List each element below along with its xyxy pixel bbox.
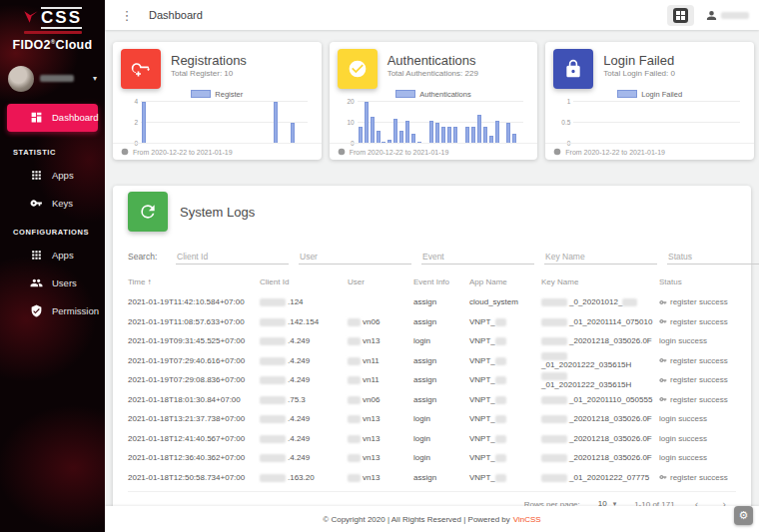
sidebar-item-permission[interactable]: Permission [0, 297, 105, 325]
chevron-down-icon[interactable]: ▾ [93, 74, 97, 83]
menu-kebab-icon[interactable]: ⋮ [117, 5, 137, 25]
card-subtitle: Total Login Failed: 0 [603, 69, 675, 78]
cell-user: vn13 [348, 434, 413, 443]
cell-client-id: .142.154 [260, 317, 348, 326]
cell-time: 2021-01-19T11:42:10.584+07:00 [128, 297, 260, 306]
cell-app-name: VNPT_ [469, 356, 541, 365]
next-page-button[interactable]: › [718, 499, 730, 506]
legend-swatch [395, 90, 415, 98]
cell-key-name: _0_20201012_ [541, 297, 659, 306]
filter-input-client-id[interactable] [176, 250, 289, 265]
shield-check-icon [30, 304, 43, 317]
vincss-logo-text: CSS [41, 7, 82, 29]
clock-icon [338, 148, 346, 156]
cell-key-name: _20201218_035026.0F [541, 336, 659, 345]
log-table-row: 2021-01-18T12:36:40.362+07:00.4.249vn13l… [128, 448, 736, 468]
content: Registrations Total Register: 10 Registe… [105, 30, 759, 506]
chart-bar [477, 115, 481, 144]
log-table-row: 2021-01-18T18:01:30.84+07:00.75.3vn06ass… [128, 390, 736, 410]
cell-user: vn11 [348, 375, 413, 384]
main-area: ⋮ Dashboard Registrations Total Register… [105, 0, 759, 532]
cell-event-info: assign [413, 473, 469, 482]
chart-bar [441, 127, 445, 144]
chart-bar [435, 123, 439, 144]
vincss-tagline [24, 31, 82, 34]
column-header-app-name[interactable]: App Name [469, 277, 541, 286]
cell-key-name: _20201218_035026.0F [541, 453, 659, 462]
check-circle-icon [338, 49, 378, 89]
chart-bar [483, 127, 487, 144]
logs-table-header: Time↑Client IdUserEvent InfoApp NameKey … [128, 272, 736, 292]
panel-title: System Logs [180, 205, 255, 220]
vincss-logo-mark [23, 10, 39, 26]
sidebar-item-keys[interactable]: Keys [0, 190, 105, 218]
person-icon [706, 10, 717, 21]
cell-time: 2021-01-18T12:50:58.734+07:00 [128, 473, 260, 482]
top-header: ⋮ Dashboard [105, 0, 759, 30]
card-title: Login Failed [603, 53, 675, 68]
column-header-status[interactable]: Status [659, 277, 736, 286]
product-title: FIDO2®Cloud [6, 38, 99, 52]
chart-bar [405, 121, 409, 144]
cell-app-name: VNPT_ [469, 375, 541, 384]
cell-event-info: login [413, 453, 469, 462]
sidebar: CSS FIDO2®Cloud ▾ DashboardSTATISTICApps… [0, 0, 105, 532]
chart-bar [142, 102, 146, 144]
filter-input-key-name[interactable] [544, 250, 657, 265]
rows-per-page-select[interactable]: 10 ▾ [596, 499, 618, 506]
legend-swatch [617, 90, 637, 98]
sidebar-user-menu[interactable]: ▾ [0, 58, 105, 102]
chart-bar [359, 127, 363, 144]
chart-bar [495, 121, 499, 144]
column-header-time[interactable]: Time↑ [128, 277, 260, 286]
sidebar-item-apps[interactable]: Apps [0, 162, 105, 190]
chart-bar [453, 127, 457, 144]
key-icon [659, 356, 667, 364]
cell-event-info: login [413, 336, 469, 345]
chart-bar [447, 127, 451, 144]
filter-input-user[interactable] [299, 250, 411, 265]
settings-gear-button[interactable]: ⚙ [734, 506, 753, 525]
cell-key-name: _20201218_035026.0F [541, 414, 659, 423]
card-registrations: Registrations Total Register: 10 Registe… [113, 42, 322, 160]
column-header-user[interactable]: User [348, 277, 413, 286]
card-footer: From 2020-12-22 to 2021-01-19 [545, 143, 754, 160]
column-header-event-info[interactable]: Event Info [413, 277, 469, 286]
filter-input-status[interactable] [667, 250, 759, 265]
clock-icon [121, 148, 129, 156]
key-icon [659, 473, 667, 481]
sidebar-item-dashboard[interactable]: Dashboard [7, 104, 98, 132]
filter-input-event[interactable] [421, 250, 534, 265]
previous-page-button[interactable]: ‹ [691, 499, 703, 506]
y-axis-tick: 10 [340, 119, 355, 126]
header-user-button[interactable] [706, 10, 749, 21]
column-header-client-id[interactable]: Client Id [260, 277, 348, 286]
chart-bar [506, 123, 510, 144]
chart-legend: Register [121, 89, 314, 99]
cell-client-id: .4.249 [260, 336, 348, 345]
login-failed-chart: 00.51 [573, 102, 740, 144]
chart-bar [371, 117, 375, 144]
column-header-key-name[interactable]: Key Name [541, 277, 659, 286]
avatar[interactable] [8, 66, 34, 92]
apps-grid-button[interactable] [667, 5, 694, 26]
vincss-footer-link[interactable]: VinCSS [513, 515, 541, 524]
cell-status: register success [659, 317, 736, 326]
key-icon [30, 197, 43, 210]
cell-user: vn06 [348, 395, 413, 404]
page-title: Dashboard [149, 9, 203, 21]
cell-time: 2021-01-18T12:41:40.567+07:00 [128, 434, 260, 443]
sidebar-item-users[interactable]: Users [0, 269, 105, 297]
sidebar-item-apps[interactable]: Apps [0, 242, 105, 269]
log-table-row: 2021-01-19T11:08:57.633+07:00.142.154vn0… [128, 312, 736, 332]
y-axis-tick: 2 [123, 119, 138, 126]
cell-key-name: _01_20201222_035615H [541, 371, 659, 389]
cell-time: 2021-01-18T12:36:40.362+07:00 [128, 453, 260, 462]
card-footer: From 2020-12-22 to 2021-01-19 [330, 143, 538, 160]
chart-bar [471, 127, 475, 144]
cell-client-id: .75.3 [260, 395, 348, 404]
users-icon [30, 276, 43, 289]
registrations-chart: 024 [141, 102, 308, 144]
search-label: Search: [128, 252, 166, 265]
card-title: Authentications [387, 53, 478, 68]
